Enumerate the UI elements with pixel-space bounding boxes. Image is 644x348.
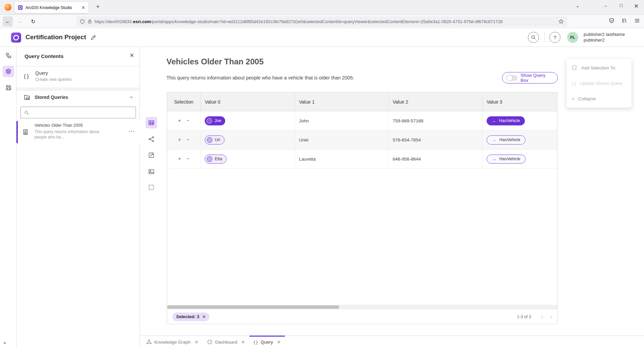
bookmark-star-icon[interactable] — [558, 19, 564, 24]
active-tab-indicator — [249, 336, 285, 337]
relationship-pill[interactable]: → HasVehicle — [487, 155, 526, 164]
stored-query-item[interactable]: Vehicles Older Than 2005 This query retu… — [16, 121, 140, 143]
edit-title-icon[interactable] — [91, 35, 96, 40]
data-model-button[interactable] — [3, 50, 14, 61]
selected-count-chip[interactable]: Selected: 3 ✕ — [172, 312, 209, 321]
account-icon[interactable] — [609, 18, 614, 23]
help-button[interactable]: ? — [549, 32, 560, 43]
image-view-button[interactable] — [146, 166, 157, 177]
panel-close-icon[interactable]: ✕ — [130, 53, 134, 58]
scrollbar-thumb[interactable] — [167, 305, 339, 309]
tab-knowledge-graph[interactable]: Knowledge Graph ✕ — [142, 336, 203, 348]
close-tab-icon[interactable]: ✕ — [241, 340, 245, 344]
window-minimize-button[interactable]: – — [601, 3, 611, 8]
chart-button[interactable] — [146, 150, 157, 161]
expand-rail-icon[interactable]: » — [3, 340, 5, 345]
section-divider — [16, 88, 140, 91]
share-nodes-icon — [148, 136, 154, 142]
table-row: + − Joe John 759-889-57168 → — [167, 111, 557, 130]
lock-icon[interactable] — [88, 19, 92, 24]
app-menu-icon[interactable] — [634, 18, 640, 23]
stored-queries-search-input[interactable] — [32, 110, 132, 115]
forward-button[interactable]: → — [15, 16, 25, 26]
stored-queries-search[interactable] — [20, 107, 136, 118]
close-tab-icon[interactable]: ✕ — [277, 340, 281, 344]
browser-window: ArcGIS Knowledge Studio ✕ + ⌄ – ◻ ✕ ← → … — [0, 0, 644, 348]
header-divider — [544, 33, 545, 42]
horizontal-scrollbar — [167, 305, 557, 309]
entity-pill[interactable]: Joe — [205, 116, 225, 125]
url-bar[interactable]: https://dev0028833.esri.com/portal/apps/… — [77, 16, 567, 26]
entity-pill[interactable]: Uri — [205, 135, 225, 144]
project-title: Certification Project — [26, 34, 86, 41]
browser-tab[interactable]: ArcGIS Knowledge Studio ✕ — [14, 2, 89, 13]
braces-icon: { } — [254, 340, 258, 345]
tab-close-icon[interactable]: ✕ — [81, 5, 85, 10]
selection-tool-button[interactable] — [146, 182, 157, 193]
clear-selection-icon[interactable]: ✕ — [202, 315, 206, 319]
tab-query[interactable]: { } Query ✕ — [249, 336, 285, 348]
relationship-label: HasVehicle — [499, 137, 521, 142]
cell-value: 846-956-8644 — [389, 150, 483, 169]
window-maximize-button[interactable]: ◻ — [616, 3, 626, 8]
column-header: Value 1 — [295, 93, 389, 111]
stored-query-title: Vehicles Older Than 2005 — [35, 123, 83, 128]
add-to-selection-button[interactable]: + — [178, 156, 181, 162]
save-button[interactable] — [3, 82, 14, 93]
user-avatar[interactable]: PL — [567, 32, 578, 43]
chevron-up-icon — [129, 95, 134, 100]
menu-item-collapse[interactable]: » Collapse — [566, 91, 632, 106]
page-description: This query returns information about peo… — [166, 75, 354, 80]
new-tab-button[interactable]: + — [96, 3, 100, 10]
window-close-button[interactable]: ✕ — [631, 3, 641, 10]
contents-button[interactable] — [3, 66, 14, 77]
table-view-button[interactable] — [146, 117, 157, 128]
cell-value: John — [295, 111, 389, 130]
link-chart-button[interactable] — [146, 133, 157, 145]
back-button[interactable]: ← — [3, 16, 13, 26]
app-header: Certification Project ? PL publisher2 la… — [0, 28, 644, 47]
next-page-icon[interactable]: › — [550, 314, 552, 320]
table-empty-area — [167, 169, 557, 305]
close-tab-icon[interactable]: ✕ — [195, 340, 198, 344]
relationship-label: HasVehicle — [499, 118, 520, 123]
add-to-selection-button[interactable]: + — [178, 118, 181, 123]
page-title: Vehicles Older Than 2005 — [166, 57, 263, 66]
search-icon — [531, 35, 536, 40]
remove-from-selection-button[interactable]: − — [187, 118, 190, 123]
new-query-item[interactable]: { } Query Create new queries — [16, 66, 140, 88]
search-button[interactable] — [528, 32, 539, 43]
firefox-logo-icon[interactable] — [4, 4, 11, 11]
entity-pill[interactable]: Etta — [205, 155, 227, 164]
chart-icon — [148, 152, 154, 158]
toggle-label: Show Query Box — [521, 73, 553, 83]
relationship-pill[interactable]: → HasVehicle — [487, 135, 526, 144]
cell-value: Uriel — [295, 130, 389, 150]
browser-toolbar: ← → ↻ https://dev0028833.esri.com/portal… — [0, 15, 644, 28]
menu-item-add-selection-to[interactable]: Add Selection To — [566, 60, 632, 75]
stored-queries-header[interactable]: Stored Queries — [16, 91, 140, 105]
add-to-selection-button[interactable]: + — [178, 137, 181, 142]
tab-dashboard[interactable]: Dashboard ✕ — [203, 336, 249, 348]
library-icon[interactable] — [622, 18, 627, 23]
add-selection-icon — [572, 65, 578, 71]
toggle-track — [506, 75, 517, 81]
more-options-icon[interactable]: ⋯ — [129, 128, 134, 135]
layers-icon — [5, 68, 11, 74]
remove-from-selection-button[interactable]: − — [187, 156, 190, 162]
relationship-pill[interactable]: → HasVehicle — [487, 116, 525, 125]
dashboard-gauge-icon — [207, 339, 212, 345]
show-query-box-toggle[interactable]: Show Query Box — [502, 72, 558, 83]
list-tabs-icon[interactable]: ⌄ — [573, 3, 583, 9]
entity-label: Etta — [215, 157, 222, 161]
prev-page-icon[interactable]: ‹ — [541, 314, 543, 320]
table-row: + − Etta Lauretta 846-956-8644 → — [167, 150, 557, 169]
selection-context-menu: Add Selection To { } Update Stored Query… — [566, 58, 632, 108]
entity-label: Uri — [215, 137, 220, 142]
tracking-shield-icon[interactable] — [80, 19, 85, 24]
app-logo-icon — [11, 33, 21, 43]
remove-from-selection-button[interactable]: − — [187, 137, 190, 142]
folder-icon — [24, 94, 30, 101]
double-chevron-icon: » — [572, 96, 575, 101]
reload-button[interactable]: ↻ — [28, 16, 38, 26]
